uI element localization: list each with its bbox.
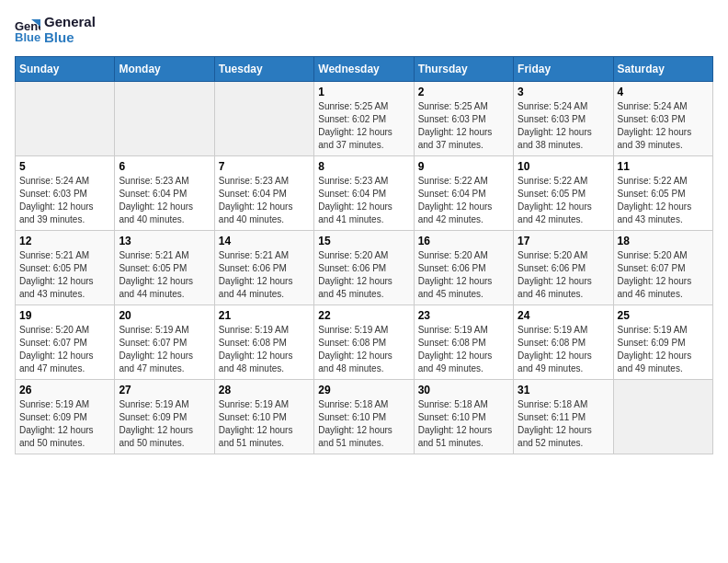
svg-text:Blue: Blue bbox=[15, 30, 40, 43]
calendar-cell: 24Sunrise: 5:19 AM Sunset: 6:08 PM Dayli… bbox=[514, 305, 613, 380]
day-number: 21 bbox=[219, 309, 310, 322]
calendar-cell: 15Sunrise: 5:20 AM Sunset: 6:06 PM Dayli… bbox=[314, 231, 414, 305]
day-number: 16 bbox=[418, 235, 509, 247]
calendar-cell: 31Sunrise: 5:18 AM Sunset: 6:11 PM Dayli… bbox=[514, 380, 613, 454]
calendar-cell: 26Sunrise: 5:19 AM Sunset: 6:09 PM Dayli… bbox=[16, 380, 115, 454]
calendar-cell: 5Sunrise: 5:24 AM Sunset: 6:03 PM Daylig… bbox=[16, 156, 115, 231]
weekday-header-saturday: Saturday bbox=[613, 57, 712, 82]
day-info: Sunrise: 5:21 AM Sunset: 6:06 PM Dayligh… bbox=[219, 249, 310, 301]
calendar-week-row: 5Sunrise: 5:24 AM Sunset: 6:03 PM Daylig… bbox=[16, 156, 713, 231]
calendar-cell: 30Sunrise: 5:18 AM Sunset: 6:10 PM Dayli… bbox=[414, 380, 513, 454]
day-number: 31 bbox=[518, 384, 609, 396]
calendar-cell: 18Sunrise: 5:20 AM Sunset: 6:07 PM Dayli… bbox=[613, 231, 712, 305]
day-info: Sunrise: 5:21 AM Sunset: 6:05 PM Dayligh… bbox=[19, 249, 110, 301]
calendar-cell: 23Sunrise: 5:19 AM Sunset: 6:08 PM Dayli… bbox=[414, 305, 513, 380]
calendar-cell bbox=[115, 82, 214, 156]
logo: General Blue General Blue bbox=[15, 15, 96, 45]
day-number: 9 bbox=[418, 160, 509, 173]
day-number: 19 bbox=[19, 309, 110, 322]
calendar-week-row: 26Sunrise: 5:19 AM Sunset: 6:09 PM Dayli… bbox=[16, 380, 713, 454]
day-info: Sunrise: 5:20 AM Sunset: 6:06 PM Dayligh… bbox=[318, 249, 409, 301]
calendar-cell: 19Sunrise: 5:20 AM Sunset: 6:07 PM Dayli… bbox=[16, 305, 115, 380]
day-info: Sunrise: 5:23 AM Sunset: 6:04 PM Dayligh… bbox=[219, 175, 310, 226]
calendar-cell bbox=[214, 82, 313, 156]
day-number: 11 bbox=[618, 160, 709, 173]
day-info: Sunrise: 5:24 AM Sunset: 6:03 PM Dayligh… bbox=[518, 100, 609, 152]
calendar-cell: 29Sunrise: 5:18 AM Sunset: 6:10 PM Dayli… bbox=[314, 380, 414, 454]
day-number: 7 bbox=[219, 160, 310, 173]
day-info: Sunrise: 5:19 AM Sunset: 6:09 PM Dayligh… bbox=[19, 398, 110, 450]
weekday-header-thursday: Thursday bbox=[414, 57, 513, 82]
day-number: 3 bbox=[518, 86, 609, 98]
day-info: Sunrise: 5:24 AM Sunset: 6:03 PM Dayligh… bbox=[618, 100, 709, 152]
logo-line2: Blue bbox=[44, 30, 96, 46]
calendar-week-row: 19Sunrise: 5:20 AM Sunset: 6:07 PM Dayli… bbox=[16, 305, 713, 380]
calendar-cell: 2Sunrise: 5:25 AM Sunset: 6:03 PM Daylig… bbox=[414, 82, 513, 156]
day-number: 13 bbox=[119, 235, 210, 247]
day-info: Sunrise: 5:19 AM Sunset: 6:08 PM Dayligh… bbox=[418, 324, 509, 375]
calendar-cell: 17Sunrise: 5:20 AM Sunset: 6:06 PM Dayli… bbox=[514, 231, 613, 305]
weekday-header-monday: Monday bbox=[115, 57, 214, 82]
calendar-cell: 10Sunrise: 5:22 AM Sunset: 6:05 PM Dayli… bbox=[514, 156, 613, 231]
day-number: 12 bbox=[19, 235, 110, 247]
day-number: 14 bbox=[219, 235, 310, 247]
calendar-cell: 13Sunrise: 5:21 AM Sunset: 6:05 PM Dayli… bbox=[115, 231, 214, 305]
day-info: Sunrise: 5:20 AM Sunset: 6:06 PM Dayligh… bbox=[418, 249, 509, 301]
calendar-cell: 7Sunrise: 5:23 AM Sunset: 6:04 PM Daylig… bbox=[214, 156, 313, 231]
calendar-cell: 20Sunrise: 5:19 AM Sunset: 6:07 PM Dayli… bbox=[115, 305, 214, 380]
day-number: 29 bbox=[318, 384, 409, 396]
logo-line1: General bbox=[44, 15, 96, 30]
day-number: 26 bbox=[19, 384, 110, 396]
day-info: Sunrise: 5:19 AM Sunset: 6:09 PM Dayligh… bbox=[618, 324, 709, 375]
day-number: 2 bbox=[418, 86, 509, 98]
day-info: Sunrise: 5:19 AM Sunset: 6:08 PM Dayligh… bbox=[318, 324, 409, 375]
day-info: Sunrise: 5:20 AM Sunset: 6:07 PM Dayligh… bbox=[618, 249, 709, 301]
day-info: Sunrise: 5:22 AM Sunset: 6:04 PM Dayligh… bbox=[418, 175, 509, 226]
day-info: Sunrise: 5:22 AM Sunset: 6:05 PM Dayligh… bbox=[618, 175, 709, 226]
day-number: 25 bbox=[618, 309, 709, 322]
day-number: 4 bbox=[618, 86, 709, 98]
day-number: 17 bbox=[518, 235, 609, 247]
day-info: Sunrise: 5:19 AM Sunset: 6:09 PM Dayligh… bbox=[119, 398, 210, 450]
day-info: Sunrise: 5:18 AM Sunset: 6:11 PM Dayligh… bbox=[518, 398, 609, 450]
day-number: 20 bbox=[119, 309, 210, 322]
calendar-cell: 21Sunrise: 5:19 AM Sunset: 6:08 PM Dayli… bbox=[214, 305, 313, 380]
day-info: Sunrise: 5:25 AM Sunset: 6:02 PM Dayligh… bbox=[318, 100, 409, 152]
day-number: 22 bbox=[318, 309, 409, 322]
weekday-header-tuesday: Tuesday bbox=[214, 57, 313, 82]
logo-icon: General Blue bbox=[15, 17, 40, 43]
calendar-cell: 11Sunrise: 5:22 AM Sunset: 6:05 PM Dayli… bbox=[613, 156, 712, 231]
day-info: Sunrise: 5:23 AM Sunset: 6:04 PM Dayligh… bbox=[318, 175, 409, 226]
day-info: Sunrise: 5:19 AM Sunset: 6:08 PM Dayligh… bbox=[518, 324, 609, 375]
calendar-table: SundayMondayTuesdayWednesdayThursdayFrid… bbox=[15, 56, 713, 454]
day-number: 15 bbox=[318, 235, 409, 247]
calendar-cell: 4Sunrise: 5:24 AM Sunset: 6:03 PM Daylig… bbox=[613, 82, 712, 156]
page-header: General Blue General Blue bbox=[15, 15, 713, 45]
calendar-cell: 27Sunrise: 5:19 AM Sunset: 6:09 PM Dayli… bbox=[115, 380, 214, 454]
day-number: 27 bbox=[119, 384, 210, 396]
day-number: 8 bbox=[318, 160, 409, 173]
calendar-cell: 22Sunrise: 5:19 AM Sunset: 6:08 PM Dayli… bbox=[314, 305, 414, 380]
calendar-cell: 6Sunrise: 5:23 AM Sunset: 6:04 PM Daylig… bbox=[115, 156, 214, 231]
calendar-cell: 28Sunrise: 5:19 AM Sunset: 6:10 PM Dayli… bbox=[214, 380, 313, 454]
day-number: 1 bbox=[318, 86, 409, 98]
day-info: Sunrise: 5:18 AM Sunset: 6:10 PM Dayligh… bbox=[418, 398, 509, 450]
day-info: Sunrise: 5:20 AM Sunset: 6:06 PM Dayligh… bbox=[518, 249, 609, 301]
calendar-week-row: 1Sunrise: 5:25 AM Sunset: 6:02 PM Daylig… bbox=[16, 82, 713, 156]
day-info: Sunrise: 5:22 AM Sunset: 6:05 PM Dayligh… bbox=[518, 175, 609, 226]
day-number: 23 bbox=[418, 309, 509, 322]
calendar-week-row: 12Sunrise: 5:21 AM Sunset: 6:05 PM Dayli… bbox=[16, 231, 713, 305]
day-info: Sunrise: 5:21 AM Sunset: 6:05 PM Dayligh… bbox=[119, 249, 210, 301]
calendar-cell: 14Sunrise: 5:21 AM Sunset: 6:06 PM Dayli… bbox=[214, 231, 313, 305]
calendar-cell: 9Sunrise: 5:22 AM Sunset: 6:04 PM Daylig… bbox=[414, 156, 513, 231]
day-number: 30 bbox=[418, 384, 509, 396]
weekday-header-wednesday: Wednesday bbox=[314, 57, 414, 82]
day-info: Sunrise: 5:19 AM Sunset: 6:08 PM Dayligh… bbox=[219, 324, 310, 375]
day-info: Sunrise: 5:23 AM Sunset: 6:04 PM Dayligh… bbox=[119, 175, 210, 226]
calendar-cell: 12Sunrise: 5:21 AM Sunset: 6:05 PM Dayli… bbox=[16, 231, 115, 305]
day-info: Sunrise: 5:24 AM Sunset: 6:03 PM Dayligh… bbox=[19, 175, 110, 226]
calendar-cell bbox=[16, 82, 115, 156]
day-number: 18 bbox=[618, 235, 709, 247]
day-info: Sunrise: 5:19 AM Sunset: 6:07 PM Dayligh… bbox=[119, 324, 210, 375]
day-number: 5 bbox=[19, 160, 110, 173]
